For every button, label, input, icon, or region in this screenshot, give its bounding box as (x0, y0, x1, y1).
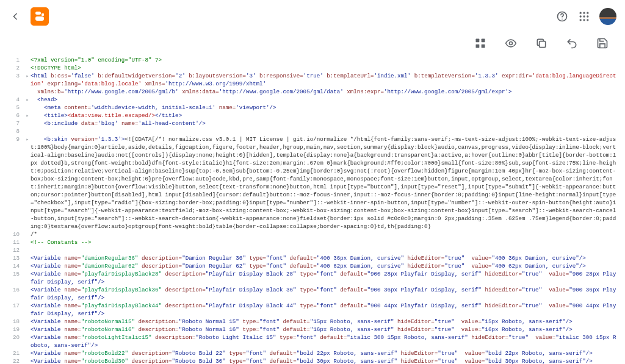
svg-rect-3 (42, 13, 44, 16)
code-text[interactable]: <Variable name="damionRegular36" descrip… (31, 254, 619, 262)
code-text[interactable]: <Variable name="robotoBold30" descriptio… (31, 357, 619, 364)
svg-point-10 (583, 15, 585, 17)
code-text[interactable]: <Variable name="robotoNormal16" descript… (31, 326, 619, 334)
code-editor[interactable]: 1<?xml version="1.0" encoding="UTF-8" ?>… (0, 56, 625, 364)
code-text[interactable]: /* (31, 230, 619, 238)
code-line[interactable]: 20<Variable name="robotoLightItalic15" d… (6, 334, 619, 349)
save-icon[interactable] (596, 37, 609, 50)
code-line[interactable]: 10/* (6, 230, 619, 238)
line-number: 21 (6, 349, 24, 357)
code-text[interactable]: <Variable name="playfairDisplayBlack44" … (31, 302, 619, 318)
svg-point-19 (510, 42, 513, 45)
code-line[interactable]: 22<Variable name="robotoBold30" descript… (6, 357, 619, 364)
svg-point-8 (587, 12, 588, 14)
code-text[interactable]: <head> (31, 96, 619, 104)
svg-point-6 (580, 12, 582, 14)
code-line[interactable]: 21<Variable name="robotoBold22" descript… (6, 349, 619, 357)
code-text[interactable]: <b:skin version='1.3.3'><![CDATA[/*! nor… (31, 135, 619, 230)
code-line[interactable]: 17<Variable name="playfairDisplayBlack44… (6, 302, 619, 318)
apps-grid-icon[interactable] (577, 10, 591, 23)
code-text[interactable]: <Variable name="robotoNormal15" descript… (31, 318, 619, 326)
svg-point-9 (580, 15, 582, 17)
fold-toggle-icon[interactable]: ▸ (24, 112, 31, 120)
svg-rect-1 (35, 12, 41, 15)
fold-toggle-icon[interactable]: ▸ (24, 72, 31, 80)
help-icon[interactable] (555, 10, 569, 23)
line-number: 6 (6, 112, 24, 120)
copy-icon[interactable] (535, 37, 548, 50)
line-number: 5 (6, 104, 24, 112)
line-number: 20 (6, 334, 24, 341)
fold-toggle-icon[interactable]: ▸ (24, 96, 31, 104)
line-number: 11 (6, 238, 24, 246)
line-number: 2 (6, 64, 24, 72)
undo-icon[interactable] (565, 37, 579, 50)
svg-rect-18 (482, 45, 485, 48)
code-text[interactable]: <meta content='width=device-width, initi… (31, 104, 619, 112)
svg-point-5 (562, 18, 563, 19)
svg-rect-16 (482, 39, 485, 43)
code-line[interactable]: 18<Variable name="robotoNormal15" descri… (6, 318, 619, 326)
code-line[interactable]: 3▸<html b:css='false' b:defaultwidgetver… (6, 72, 619, 96)
code-body[interactable]: 1<?xml version="1.0" encoding="UTF-8" ?>… (6, 56, 619, 364)
svg-point-11 (587, 15, 588, 17)
svg-rect-15 (476, 39, 480, 43)
code-text[interactable]: <!DOCTYPE html> (31, 64, 619, 72)
line-number: 12 (6, 246, 24, 254)
code-text[interactable]: <!-- Constants --> (31, 238, 619, 246)
line-number: 15 (6, 270, 24, 278)
code-line[interactable]: 15<Variable name="playfairDisplayBlack28… (6, 270, 619, 286)
fold-toggle-icon[interactable]: ▸ (24, 135, 31, 143)
svg-point-13 (583, 19, 585, 21)
svg-point-12 (580, 19, 582, 21)
svg-point-7 (583, 12, 585, 14)
code-line[interactable]: 5 <meta content='width=device-width, ini… (6, 104, 619, 112)
svg-rect-20 (540, 41, 546, 48)
code-line[interactable]: 8 (6, 127, 619, 135)
code-line[interactable]: 9▸ <b:skin version='1.3.3'><![CDATA[/*! … (6, 135, 619, 230)
line-number: 3 (6, 72, 24, 80)
line-number: 10 (6, 230, 24, 238)
code-text[interactable]: <Variable name="playfairDisplayBlack36" … (31, 286, 619, 302)
line-number: 1 (6, 56, 24, 64)
code-line[interactable]: 16<Variable name="playfairDisplayBlack36… (6, 286, 619, 302)
line-number: 8 (6, 127, 24, 135)
code-text[interactable]: <Variable name="playfairDisplayBlack28" … (31, 270, 619, 286)
code-text[interactable]: <Variable name="robotoLightItalic15" des… (31, 334, 619, 349)
preview-icon[interactable] (504, 37, 518, 50)
code-line[interactable]: 19<Variable name="robotoNormal16" descri… (6, 326, 619, 334)
code-text[interactable]: <Variable name="damionRegular62" descrip… (31, 262, 619, 270)
code-line[interactable]: 6▸ <title><data:view.title.escaped/></ti… (6, 112, 619, 120)
code-line[interactable]: 12 (6, 246, 619, 254)
code-text[interactable]: <b:include data='blog' name='all-head-co… (31, 120, 619, 127)
code-line[interactable]: 11<!-- Constants --> (6, 238, 619, 246)
code-line[interactable]: 1<?xml version="1.0" encoding="UTF-8" ?> (6, 56, 619, 64)
code-text[interactable]: <Variable name="robotoBold22" descriptio… (31, 349, 619, 357)
line-number: 18 (6, 318, 24, 326)
line-number: 17 (6, 302, 24, 310)
line-number: 4 (6, 96, 24, 104)
code-line[interactable]: 7 <b:include data='blog' name='all-head-… (6, 120, 619, 127)
code-line[interactable]: 13<Variable name="damionRegular36" descr… (6, 254, 619, 262)
line-number: 9 (6, 135, 24, 143)
back-button[interactable] (9, 10, 22, 23)
editor-toolbar (0, 33, 625, 56)
line-number: 14 (6, 262, 24, 270)
code-text[interactable]: <html b:css='false' b:defaultwidgetversi… (31, 72, 619, 96)
code-line[interactable]: 4▸ <head> (6, 96, 619, 104)
code-line[interactable]: 2<!DOCTYPE html> (6, 64, 619, 72)
format-grid-icon[interactable] (474, 37, 487, 50)
svg-rect-2 (35, 16, 44, 21)
blogger-logo-icon[interactable] (31, 7, 49, 26)
line-number: 7 (6, 120, 24, 127)
line-number: 22 (6, 357, 24, 364)
code-line[interactable]: 14<Variable name="damionRegular62" descr… (6, 262, 619, 270)
code-text[interactable]: <title><data:view.title.escaped/></title… (31, 112, 619, 120)
top-bar (0, 0, 625, 33)
line-number: 16 (6, 286, 24, 294)
account-avatar[interactable] (599, 8, 616, 25)
line-number: 13 (6, 254, 24, 262)
line-number: 19 (6, 326, 24, 334)
code-text[interactable]: <?xml version="1.0" encoding="UTF-8" ?> (31, 56, 619, 64)
svg-rect-17 (476, 45, 480, 48)
